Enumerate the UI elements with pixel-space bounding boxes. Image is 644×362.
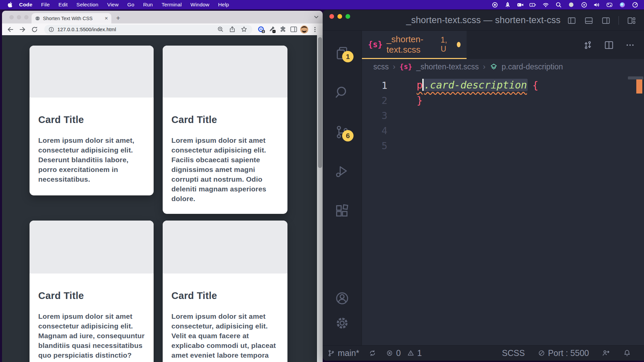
more-actions-icon[interactable]	[625, 40, 635, 50]
error-count: 0	[396, 348, 401, 358]
open-changes-icon[interactable]	[583, 40, 593, 50]
rocket-icon[interactable]	[504, 1, 511, 8]
profile-avatar[interactable]	[300, 25, 309, 34]
editor-scrollbar[interactable]	[628, 76, 643, 79]
explorer-icon[interactable]: 1	[334, 45, 350, 61]
zoom-window-button[interactable]	[24, 15, 29, 19]
card-2-title: Card Title	[171, 114, 279, 125]
minimize-window-button[interactable]	[337, 14, 342, 19]
language-mode-item[interactable]: SCSS	[502, 348, 525, 358]
status-dot-icon[interactable]	[568, 1, 575, 8]
code-editor[interactable]: 1 p.card-description { 2 } 3 4 5	[362, 74, 644, 345]
toggle-sidebar-icon[interactable]	[567, 16, 576, 25]
language-mode: SCSS	[502, 348, 525, 358]
browser-tab[interactable]: Shorten Text With CSS ×	[32, 13, 111, 23]
apple-menu-icon[interactable]	[5, 2, 15, 8]
menu-window[interactable]: Window	[186, 2, 214, 8]
back-icon[interactable]	[5, 25, 15, 34]
sync-item[interactable]	[369, 349, 376, 357]
extensions-puzzle-icon[interactable]	[278, 25, 287, 34]
minimize-window-button[interactable]	[17, 15, 21, 19]
card-3-title: Card Title	[38, 290, 145, 301]
settings-gear-icon[interactable]	[334, 315, 350, 331]
code-line-2[interactable]: 2 }	[362, 93, 644, 108]
wifi-icon[interactable]	[542, 1, 549, 8]
url-text[interactable]: 127.0.0.1:5500/index.html	[57, 26, 116, 32]
share-icon[interactable]	[228, 25, 236, 34]
reload-icon[interactable]	[30, 25, 40, 34]
password-manager-icon[interactable]	[257, 25, 266, 34]
menu-view[interactable]: View	[103, 2, 123, 8]
zoom-icon[interactable]	[216, 25, 225, 34]
clock-icon[interactable]	[631, 1, 639, 8]
menu-app-name[interactable]: Code	[15, 2, 37, 8]
toggle-secondary-sidebar-icon[interactable]	[601, 16, 610, 25]
live-server-port-item[interactable]: Port : 5500	[538, 348, 589, 358]
breadcrumb-folder[interactable]: scss	[373, 62, 389, 71]
close-window-button[interactable]	[329, 14, 334, 19]
browser-menu-icon[interactable]	[311, 25, 319, 34]
code-line-3[interactable]: 3	[362, 108, 644, 123]
menu-help[interactable]: Help	[214, 2, 233, 8]
code-line-1[interactable]: 1 p.card-description {	[362, 78, 644, 93]
run-debug-icon[interactable]	[334, 164, 350, 180]
git-branch-item[interactable]: main*	[327, 348, 359, 358]
control-center-icon[interactable]	[606, 1, 613, 8]
zoom-window-button[interactable]	[345, 14, 350, 19]
bookmark-star-icon[interactable]	[239, 25, 248, 34]
extensions-icon[interactable]	[334, 203, 350, 219]
breadcrumb-file[interactable]: _shorten-text.scss	[416, 62, 479, 71]
vscode-traffic-lights[interactable]	[323, 14, 350, 19]
menubar-status-area	[491, 1, 644, 8]
browser-traffic-lights[interactable]	[9, 15, 29, 19]
side-panel-icon[interactable]	[289, 25, 298, 34]
tab-close-icon[interactable]: ×	[105, 15, 108, 21]
card-1: Card Title Lorem ipsum dolor sit amet, c…	[30, 46, 154, 195]
close-window-button[interactable]	[9, 15, 14, 19]
menu-run[interactable]: Run	[139, 2, 157, 8]
menu-edit[interactable]: Edit	[54, 2, 72, 8]
breadcrumb-symbol[interactable]: p.card-description	[502, 62, 563, 71]
editor-tab[interactable]: {s} _shorten-text.scss 1, U	[362, 31, 467, 59]
page-scrollbar-thumb[interactable]	[318, 37, 322, 168]
menu-terminal[interactable]: Terminal	[157, 2, 186, 8]
url-bar[interactable]: 127.0.0.1:5500/index.html	[44, 25, 252, 34]
tab-problems-git-decoration: 1, U	[441, 36, 451, 54]
play-circle-icon[interactable]	[580, 1, 588, 8]
site-info-icon[interactable]	[48, 26, 54, 33]
menu-selection[interactable]: Selection	[72, 2, 103, 8]
battery-charging-icon[interactable]	[529, 1, 537, 8]
feedback-icon[interactable]	[602, 349, 610, 357]
problems-item[interactable]: 0 1	[386, 348, 422, 358]
page-scrollbar[interactable]	[317, 35, 323, 362]
search-icon[interactable]	[334, 84, 350, 101]
code-line-4[interactable]: 4	[362, 123, 644, 138]
warning-count: 1	[417, 348, 422, 358]
split-editor-icon[interactable]	[604, 40, 614, 50]
code-line-5[interactable]: 5	[362, 138, 644, 153]
symbol-class-icon	[490, 63, 498, 71]
video-camera-icon[interactable]	[517, 1, 524, 8]
forward-icon[interactable]	[17, 25, 28, 34]
customize-layout-icon[interactable]	[627, 16, 636, 25]
spotlight-search-icon[interactable]	[555, 1, 562, 8]
new-tab-button[interactable]: +	[116, 14, 120, 22]
volume-icon[interactable]	[593, 1, 600, 8]
toggle-panel-icon[interactable]	[584, 16, 593, 25]
line-number: 5	[362, 140, 401, 152]
tab-search-chevron-icon[interactable]	[314, 15, 319, 19]
line-number: 3	[362, 110, 401, 121]
menu-file[interactable]: File	[37, 2, 54, 8]
menu-go[interactable]: Go	[123, 2, 139, 8]
vscode-titlebar[interactable]: _shorten-text.scss — shorten-text-css	[323, 10, 644, 31]
source-control-icon[interactable]: 6	[334, 124, 350, 140]
account-icon[interactable]	[334, 290, 350, 306]
explorer-badge: 1	[342, 51, 354, 62]
color-picker-extension-icon[interactable]	[268, 25, 276, 34]
siri-icon[interactable]	[619, 1, 626, 8]
notifications-bell-icon[interactable]	[623, 349, 631, 357]
record-icon[interactable]	[491, 1, 498, 8]
activity-bar: 1 6	[323, 31, 362, 345]
unsaved-changes-dot[interactable]	[457, 42, 461, 47]
vscode-window: _shorten-text.scss — shorten-text-css 1	[323, 10, 644, 361]
